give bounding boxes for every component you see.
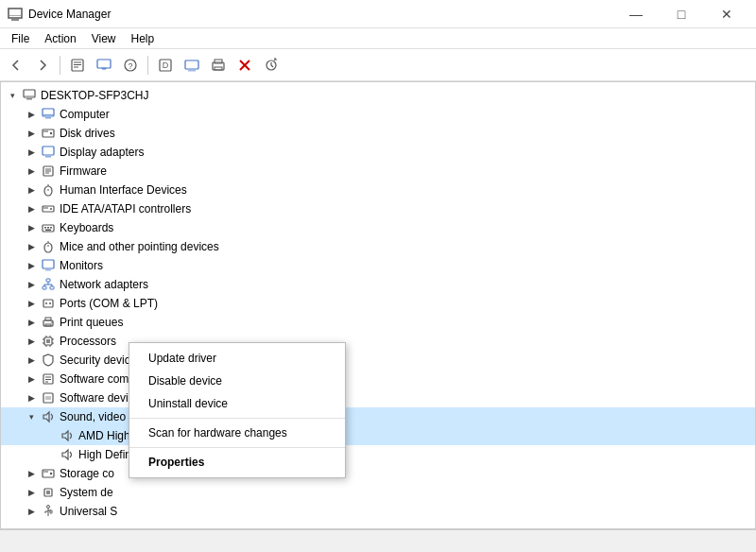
tree-item-processors[interactable]: ▶ Processors xyxy=(1,332,755,351)
tree-item-monitors[interactable]: ▶ Monitors xyxy=(1,256,755,275)
tree-item-security[interactable]: ▶ Security devices xyxy=(1,351,755,370)
usb-icon xyxy=(41,504,56,519)
expand-security[interactable]: ▶ xyxy=(24,353,39,368)
amd-icon xyxy=(60,428,75,443)
item-label-mice: Mice and other pointing devices xyxy=(60,240,219,253)
processors-icon xyxy=(41,334,56,349)
item-label-processors: Processors xyxy=(60,335,116,348)
item-label-print: Print queues xyxy=(60,316,123,329)
expand-mice[interactable]: ▶ xyxy=(24,239,39,254)
svg-text:?: ? xyxy=(128,61,132,71)
security-icon xyxy=(41,353,56,368)
toolbar-scan[interactable] xyxy=(259,53,284,78)
tree-item-system[interactable]: ▶ System devices xyxy=(1,483,755,502)
expand-network[interactable]: ▶ xyxy=(24,277,39,292)
expand-sound[interactable]: ▾ xyxy=(24,409,39,424)
expand-monitors[interactable]: ▶ xyxy=(24,258,39,273)
svg-rect-54 xyxy=(43,286,46,289)
toolbar-forward[interactable] xyxy=(30,53,55,78)
menu-action[interactable]: Action xyxy=(37,28,83,49)
tree-item-firmware[interactable]: ▶ Firmware xyxy=(1,162,755,181)
root-label: DESKTOP-SFP3CHJ xyxy=(41,89,148,102)
minimize-button[interactable]: — xyxy=(614,0,658,28)
svg-rect-7 xyxy=(97,60,111,68)
item-label-system: System devices xyxy=(60,486,139,499)
toolbar-remove[interactable] xyxy=(232,53,257,78)
expand-processors[interactable]: ▶ xyxy=(24,334,39,349)
svg-point-41 xyxy=(50,208,52,210)
tree-item-software-components[interactable]: ▶ Software components xyxy=(1,370,755,388)
context-menu-uninstall-device[interactable]: Uninstall device xyxy=(129,392,345,415)
item-label-ide: IDE ATA/ATAPI controllers xyxy=(60,202,191,216)
menu-file[interactable]: File xyxy=(4,28,37,49)
tree-item-ports[interactable]: ▶ Ports (COM & LPT) xyxy=(1,294,755,313)
window-controls: — □ ✕ xyxy=(614,0,748,28)
expand-disk[interactable]: ▶ xyxy=(24,126,39,141)
tree-item-amd[interactable]: AMD High Definition Audio Device xyxy=(1,426,755,445)
svg-rect-18 xyxy=(215,67,222,70)
expand-sw-components[interactable]: ▶ xyxy=(24,371,39,387)
expand-keyboards[interactable]: ▶ xyxy=(24,220,39,235)
tree-item-disk-drives[interactable]: ▶ Disk drives xyxy=(1,124,755,143)
context-menu-sep-1 xyxy=(129,418,345,419)
svg-rect-82 xyxy=(45,396,51,400)
expand-hid[interactable]: ▶ xyxy=(24,182,39,198)
tree-item-storage[interactable]: ▶ Storage controllers xyxy=(1,464,755,483)
tree-item-high-def[interactable]: High Definition Audio Device xyxy=(1,445,755,464)
toolbar-back[interactable] xyxy=(4,53,28,78)
svg-rect-24 xyxy=(25,95,34,96)
tree-item-hid[interactable]: ▶ Human Interface Devices xyxy=(1,181,755,199)
expand-ports[interactable]: ▶ xyxy=(24,296,39,311)
context-menu-update-driver[interactable]: Update driver xyxy=(129,347,345,370)
tree-item-display[interactable]: ▶ Display adapters xyxy=(1,143,755,162)
mice-icon xyxy=(41,239,56,254)
expand-firmware[interactable]: ▶ xyxy=(24,164,39,179)
svg-point-66 xyxy=(51,321,53,323)
svg-point-48 xyxy=(44,243,52,252)
svg-rect-86 xyxy=(43,470,54,477)
expand-usb[interactable]: ▶ xyxy=(24,504,39,519)
expand-root[interactable]: ▾ xyxy=(5,88,20,103)
toolbar-display[interactable] xyxy=(180,53,204,78)
context-menu-scan-hardware[interactable]: Scan for hardware changes xyxy=(129,422,345,444)
item-label-hid: Human Interface Devices xyxy=(60,183,187,197)
expand-ide[interactable]: ▶ xyxy=(24,201,39,216)
tree-item-computer[interactable]: ▶ Computer xyxy=(1,105,755,124)
maximize-button[interactable]: □ xyxy=(660,0,703,28)
svg-rect-45 xyxy=(47,227,49,229)
menu-view[interactable]: View xyxy=(84,28,124,49)
tree-item-print[interactable]: ▶ Print queues xyxy=(1,313,755,332)
close-button[interactable]: ✕ xyxy=(705,0,748,28)
svg-point-61 xyxy=(45,302,47,304)
expand-storage[interactable]: ▶ xyxy=(24,466,39,481)
context-menu-properties[interactable]: Properties xyxy=(129,451,345,474)
tree-item-network[interactable]: ▶ Network adapters xyxy=(1,275,755,294)
expand-display[interactable]: ▶ xyxy=(24,145,39,160)
tree-item-keyboards[interactable]: ▶ Keyboards xyxy=(1,218,755,237)
svg-marker-84 xyxy=(62,431,68,440)
toolbar-screen[interactable] xyxy=(92,53,116,78)
tree-item-usb[interactable]: ▶ Universal Serial Bus controllers xyxy=(1,502,755,521)
context-menu-disable-device[interactable]: Disable device xyxy=(129,370,345,392)
menu-help[interactable]: Help xyxy=(124,28,163,49)
tree-root[interactable]: ▾ DESKTOP-SFP3CHJ xyxy=(1,86,755,105)
tree-item-software-devices[interactable]: ▶ Software devices xyxy=(1,388,755,407)
item-label-monitors: Monitors xyxy=(60,259,103,272)
expand-system[interactable]: ▶ xyxy=(24,485,39,500)
item-label-disk: Disk drives xyxy=(60,127,115,140)
system-icon xyxy=(41,485,56,500)
tree-item-sound[interactable]: ▾ Sound, video and game controllers xyxy=(1,407,755,426)
toolbar-print[interactable] xyxy=(206,53,231,78)
toolbar-update-driver[interactable]: D xyxy=(153,53,178,78)
toolbar-properties[interactable] xyxy=(65,53,90,78)
expand-computer[interactable]: ▶ xyxy=(24,107,39,122)
item-label-ports: Ports (COM & LPT) xyxy=(60,297,158,310)
expand-print[interactable]: ▶ xyxy=(24,315,39,330)
tree-item-ide[interactable]: ▶ IDE ATA/ATAPI controllers xyxy=(1,199,755,218)
print-icon xyxy=(41,315,56,330)
tree-item-mice[interactable]: ▶ Mice and other pointing devices xyxy=(1,237,755,256)
network-icon xyxy=(41,277,56,292)
toolbar-help[interactable]: ? xyxy=(118,53,143,78)
display-icon xyxy=(41,145,56,160)
expand-sw-devices[interactable]: ▶ xyxy=(24,390,39,405)
